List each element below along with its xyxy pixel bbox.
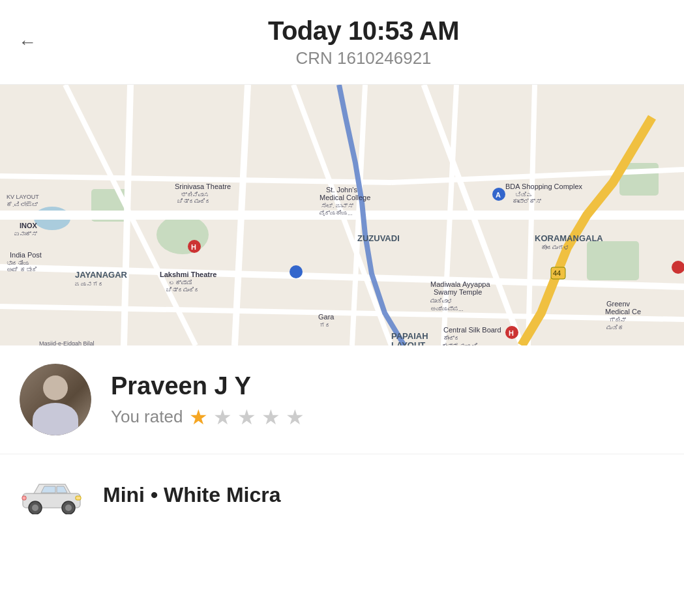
driver-avatar bbox=[20, 364, 91, 435]
star-3[interactable]: ★ bbox=[237, 407, 256, 428]
svg-text:ಚಿತ್ರಮಂದಿರ: ಚಿತ್ರಮಂದಿರ bbox=[177, 198, 211, 205]
svg-text:44: 44 bbox=[553, 269, 561, 277]
svg-text:India Post: India Post bbox=[10, 251, 42, 259]
svg-text:ಕೇಂದ್ರ: ಕೇಂದ್ರ bbox=[443, 335, 460, 342]
svg-text:ಭಾರತೀಯ: ಭಾರತೀಯ bbox=[7, 260, 29, 267]
svg-text:ಐನಾಕ್ಸ್: ಐನಾಕ್ಸ್ bbox=[14, 231, 37, 237]
stars-container: ★ ★ ★ ★ ★ bbox=[189, 407, 305, 428]
driver-section: Praveen J Y You rated ★ ★ ★ ★ ★ bbox=[0, 345, 684, 454]
svg-text:ಸೆಂಟ್. ಜಾನ್ಸ್: ಸೆಂಟ್. ಜಾನ್ಸ್ bbox=[321, 203, 353, 209]
svg-text:BDA Shopping Complex: BDA Shopping Complex bbox=[505, 183, 583, 190]
svg-text:ವೈದ್ಯಕೀಯ...: ವೈದ್ಯಕೀಯ... bbox=[320, 210, 353, 216]
svg-rect-91 bbox=[76, 496, 81, 500]
svg-text:ಅಯ್ಯಪ್ಪ...: ಅಯ್ಯಪ್ಪ... bbox=[430, 306, 464, 312]
svg-text:ಲಕ್ಷ್ಮಿ: ಲಕ್ಷ್ಮಿ bbox=[170, 280, 192, 286]
svg-text:Greenv: Greenv bbox=[606, 300, 631, 308]
svg-text:LAYOUT: LAYOUT bbox=[391, 340, 425, 345]
avatar-image bbox=[20, 364, 91, 435]
rating-row: You rated ★ ★ ★ ★ ★ bbox=[111, 407, 305, 428]
svg-rect-3 bbox=[587, 241, 639, 280]
svg-text:ರೇಷ್ಮೆ ಮಂಡಳಿ: ರೇಷ್ಮೆ ಮಂಡಳಿ bbox=[442, 343, 478, 345]
back-button[interactable]: ← bbox=[16, 31, 39, 54]
svg-text:Central Silk Board: Central Silk Board bbox=[443, 326, 501, 334]
svg-text:ಮಡಿಕ: ಮಡಿಕ bbox=[606, 325, 624, 331]
vehicle-section: Mini • White Micra bbox=[0, 454, 684, 535]
svg-text:Masjid-e-Eidgah Bilal: Masjid-e-Eidgah Bilal bbox=[39, 340, 95, 345]
crn-number: CRN 1610246921 bbox=[295, 48, 431, 68]
svg-text:H: H bbox=[509, 329, 514, 337]
svg-text:PAPAIAH: PAPAIAH bbox=[391, 331, 428, 341]
svg-text:Gara: Gara bbox=[318, 313, 335, 321]
svg-text:KORAMANGALA: KORAMANGALA bbox=[535, 233, 603, 243]
star-2[interactable]: ★ bbox=[213, 407, 232, 428]
svg-text:ಗರ: ಗರ bbox=[320, 322, 331, 329]
svg-text:Swamy Temple: Swamy Temple bbox=[434, 288, 482, 296]
svg-text:JAYANAGAR: JAYANAGAR bbox=[75, 270, 128, 280]
header-text: Today 10:53 AM CRN 1610246921 bbox=[59, 16, 668, 68]
svg-text:Srinivasa Theatre: Srinivasa Theatre bbox=[175, 183, 231, 190]
header: ← Today 10:53 AM CRN 1610246921 bbox=[0, 0, 684, 85]
svg-text:H: H bbox=[191, 243, 196, 251]
svg-text:ಗ್ರೀನ್: ಗ್ರೀನ್ bbox=[609, 317, 626, 323]
driver-name: Praveen J Y bbox=[111, 372, 305, 400]
vehicle-description: Mini • White Micra bbox=[103, 483, 281, 507]
svg-text:Medical Ce: Medical Ce bbox=[605, 308, 641, 315]
svg-text:St. John's: St. John's bbox=[326, 186, 357, 194]
svg-text:ZUZUVADI: ZUZUVADI bbox=[357, 233, 400, 243]
star-1[interactable]: ★ bbox=[189, 407, 208, 428]
svg-text:ಕಾಂಪ್ಲೆಕ್ಸ್: ಕಾಂಪ್ಲೆಕ್ಸ್ bbox=[513, 198, 541, 205]
map-view: 44 44 H H A KV LAYOUT ಕೆ.ವಿ ಲೇಔಟ್ INOX ಐ… bbox=[0, 85, 684, 345]
svg-point-1 bbox=[156, 215, 209, 254]
svg-text:INOX: INOX bbox=[20, 222, 38, 229]
rating-label: You rated bbox=[111, 407, 183, 427]
star-4[interactable]: ★ bbox=[261, 407, 280, 428]
svg-text:Lakshmi Theatre: Lakshmi Theatre bbox=[160, 271, 216, 278]
svg-point-31 bbox=[290, 265, 303, 278]
svg-text:ಕೆ.ವಿ ಲೇಔಟ್: ಕೆ.ವಿ ಲೇಔಟ್ bbox=[7, 201, 38, 208]
svg-text:ಚಿತ್ರಮಂದಿರ: ಚಿತ್ರಮಂದಿರ bbox=[166, 287, 200, 293]
svg-text:ಶ್ರೀನಿವಾಸ: ಶ್ರೀನಿವಾಸ bbox=[181, 192, 209, 198]
svg-text:Madiwala Ayyappa: Madiwala Ayyappa bbox=[430, 280, 490, 288]
svg-text:A: A bbox=[496, 191, 501, 199]
svg-text:ಕೋರಮಂಗಳ: ಕೋರಮಂಗಳ bbox=[541, 244, 570, 251]
svg-text:ಬಿಡಿಎ: ಬಿಡಿಎ bbox=[515, 192, 532, 198]
svg-rect-92 bbox=[22, 496, 26, 500]
car-icon bbox=[20, 475, 85, 514]
svg-text:ಅಂಚೆ ಕಬೇರಿ: ಅಂಚೆ ಕಬೇರಿ bbox=[7, 267, 37, 273]
star-5[interactable]: ★ bbox=[286, 407, 305, 428]
svg-text:KV LAYOUT: KV LAYOUT bbox=[7, 194, 39, 200]
svg-text:Medical College: Medical College bbox=[320, 194, 370, 201]
driver-info: Praveen J Y You rated ★ ★ ★ ★ ★ bbox=[111, 372, 305, 428]
trip-time: Today 10:53 AM bbox=[268, 16, 459, 46]
svg-text:ಜಯನಗರ: ಜಯನಗರ bbox=[75, 281, 104, 287]
svg-point-90 bbox=[65, 505, 72, 511]
svg-text:ಮಾಡಿವಾಳ: ಮಾಡಿವಾಳ bbox=[430, 298, 453, 304]
svg-point-88 bbox=[32, 505, 38, 511]
